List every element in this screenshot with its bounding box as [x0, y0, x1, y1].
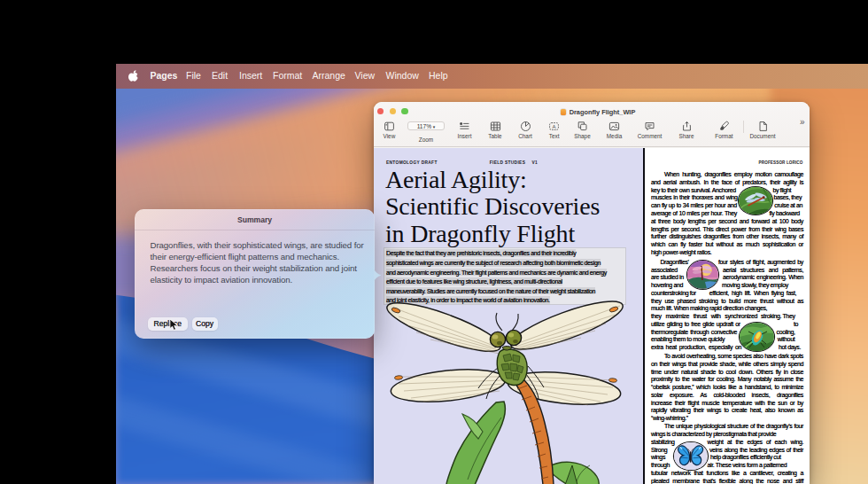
- svg-text:A: A: [553, 124, 556, 129]
